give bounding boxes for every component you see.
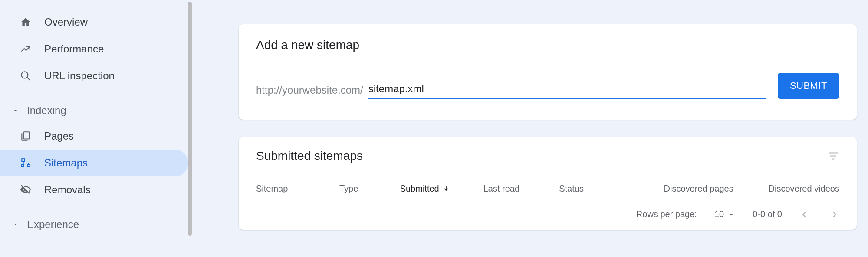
section-header-experience[interactable]: Experience [0,212,188,237]
arrow-down-icon [442,185,450,193]
pagination-range: 0-0 of 0 [753,209,782,219]
filter-icon[interactable] [827,150,839,162]
svg-rect-5 [27,164,30,166]
table-pagination: Rows per page: 10 0-0 of 0 [239,202,857,230]
sidebar-item-performance[interactable]: Performance [0,36,188,62]
column-type[interactable]: Type [339,184,400,194]
sidebar-item-label: Pages [44,130,74,142]
section-label: Indexing [27,104,66,117]
card-title: Add a new sitemap [256,38,839,52]
column-discovered-pages[interactable]: Discovered pages [635,184,733,194]
sidebar-item-label: Sitemaps [44,157,88,169]
divider [10,94,178,94]
svg-rect-3 [22,159,25,162]
sitemap-icon [19,156,32,169]
scrollbar-thumb[interactable] [188,2,192,236]
previous-page-button[interactable] [799,210,809,219]
trend-icon [19,42,32,55]
sidebar-item-label: Removals [44,184,91,196]
column-sitemap[interactable]: Sitemap [256,184,339,194]
card-title: Submitted sitemaps [256,149,363,163]
next-page-button[interactable] [830,210,839,219]
divider [10,208,178,208]
sidebar-item-label: Performance [44,43,104,55]
search-icon [19,69,32,82]
column-discovered-videos[interactable]: Discovered videos [733,184,839,194]
sitemap-url-input[interactable] [368,81,766,99]
rows-per-page-label: Rows per page: [636,209,697,219]
scrollbar[interactable] [187,2,193,236]
sidebar-item-label: URL inspection [44,70,115,82]
rows-value: 10 [714,209,724,219]
column-status[interactable]: Status [559,184,635,194]
add-sitemap-card: Add a new sitemap http://yourwebsite.com… [239,24,857,120]
rows-per-page-select[interactable]: 10 [714,209,735,219]
main-content: Add a new sitemap http://yourwebsite.com… [188,0,868,257]
submitted-sitemaps-card: Submitted sitemaps Sitemap Type Submitte… [239,137,857,230]
chevron-down-icon [727,211,735,218]
column-label: Submitted [400,184,439,194]
section-header-indexing[interactable]: Indexing [0,98,188,123]
home-icon [19,16,32,29]
sidebar-item-removals[interactable]: Removals [0,176,188,203]
submit-button[interactable]: SUBMIT [778,73,839,99]
chevron-down-icon [12,221,23,228]
table-header: Sitemap Type Submitted Last read Status … [239,173,857,202]
column-submitted[interactable]: Submitted [400,184,483,194]
sidebar-item-pages[interactable]: Pages [0,123,188,150]
sidebar-item-label: Overview [44,16,88,28]
visibility-off-icon [19,183,32,196]
sidebar: Overview Performance URL inspection Inde… [0,0,188,257]
column-last-read[interactable]: Last read [483,184,559,194]
url-prefix: http://yourwebsite.com/ [256,84,363,99]
svg-point-0 [21,72,28,78]
section-label: Experience [27,218,79,231]
sitemap-input-row: http://yourwebsite.com/ SUBMIT [256,73,839,99]
pages-icon [19,130,32,143]
sidebar-item-overview[interactable]: Overview [0,9,188,36]
svg-rect-2 [24,132,30,139]
svg-line-1 [27,77,30,80]
sidebar-item-url-inspection[interactable]: URL inspection [0,62,188,89]
svg-rect-4 [21,164,23,166]
sidebar-item-sitemaps[interactable]: Sitemaps [0,150,188,176]
chevron-down-icon [12,107,23,114]
